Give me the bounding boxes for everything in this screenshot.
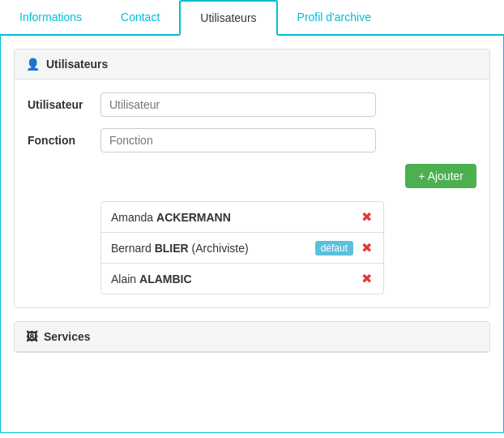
services-icon: 🖼 [26, 330, 37, 343]
services-section-header: 🖼 Services [15, 322, 489, 352]
tab-utilisateurs[interactable]: Utilisateurs [179, 0, 277, 36]
tab-content: 👤 Utilisateurs Utilisateur Fonction + Aj… [0, 36, 504, 433]
utilisateurs-section-header: 👤 Utilisateurs [15, 49, 489, 79]
users-icon: 👤 [26, 58, 40, 71]
utilisateurs-section: 👤 Utilisateurs Utilisateur Fonction + Aj… [14, 49, 490, 308]
add-button[interactable]: + Ajouter [405, 164, 476, 188]
delete-button-1[interactable]: ✖ [360, 209, 374, 225]
user-list: Amanda ACKERMANN ✖ Bernard BLIER (Archiv… [100, 201, 384, 294]
tab-bar: Informations Contact Utilisateurs Profil… [0, 0, 504, 36]
delete-button-2[interactable]: ✖ [360, 240, 374, 256]
default-badge: défaut [315, 241, 353, 256]
fonction-label: Fonction [28, 134, 100, 147]
utilisateurs-section-body: Utilisateur Fonction + Ajouter Amanda AC… [15, 79, 489, 307]
user-fullname-3: Alain ALAMBIC [111, 273, 360, 286]
delete-button-3[interactable]: ✖ [360, 271, 374, 286]
tab-informations[interactable]: Informations [0, 0, 101, 34]
tab-profil-archive[interactable]: Profil d'archive [278, 0, 391, 34]
fonction-input[interactable] [100, 128, 376, 152]
table-row: Bernard BLIER (Archiviste) défaut ✖ [101, 233, 383, 264]
user-fullname-2: Bernard BLIER (Archiviste) [111, 242, 315, 255]
utilisateurs-section-title: Utilisateurs [46, 58, 108, 71]
tab-contact[interactable]: Contact [101, 0, 179, 34]
services-section-title: Services [44, 330, 91, 343]
utilisateur-row: Utilisateur [28, 92, 476, 117]
table-row: Amanda ACKERMANN ✖ [101, 202, 383, 233]
fonction-row: Fonction [28, 128, 476, 152]
services-section: 🖼 Services [14, 321, 490, 353]
utilisateur-label: Utilisateur [28, 98, 100, 111]
utilisateur-input[interactable] [100, 92, 376, 117]
user-fullname-1: Amanda ACKERMANN [111, 211, 360, 224]
tabs-container: Informations Contact Utilisateurs Profil… [0, 0, 504, 433]
table-row: Alain ALAMBIC ✖ [101, 264, 383, 294]
